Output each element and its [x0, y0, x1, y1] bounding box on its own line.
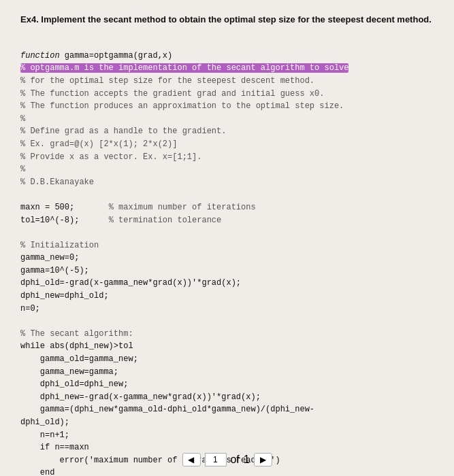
- code-line-14: maxn = 500; % maximum number of iteratio…: [20, 203, 256, 212]
- code-line-33: if n==maxn: [20, 443, 89, 452]
- code-line-30: gamma=(dphi_new*gamma_old-dphi_old*gamma…: [20, 405, 314, 414]
- code-line-24: % The secant algorithm:: [20, 329, 133, 339]
- code-line-7: % Define grad as a handle to the gradien…: [20, 126, 226, 136]
- code-line-11: % D.B.Ekanayake: [20, 177, 94, 187]
- code-line-18: gamma_new=0;: [20, 253, 79, 262]
- code-line-35: end: [20, 468, 54, 476]
- of-label: of: [230, 454, 239, 466]
- exercise-title: Ex4. Implement the secant method to obta…: [20, 14, 434, 26]
- code-line-8: % Ex. grad=@(x) [2*x(1); 2*x(2)]: [20, 139, 177, 149]
- code-line-29: dphi_new=-grad(x-gamma_new*grad(x))'*gra…: [20, 392, 261, 402]
- prev-page-button[interactable]: ◀: [182, 453, 200, 466]
- code-line-28: dphi_old=dphi_new;: [20, 379, 128, 389]
- code-line-32: n=n+1;: [20, 430, 69, 440]
- code-line-21: dphi_new=dphi_old;: [20, 291, 109, 301]
- code-line-10: %: [20, 165, 25, 174]
- total-pages: 1: [244, 454, 250, 466]
- code-line-26: gamma_old=gamma_new;: [20, 354, 138, 364]
- code-line-31: dphi_old);: [20, 418, 69, 427]
- page-number-input[interactable]: [204, 453, 226, 466]
- code-container: function gamma=optgamma(grad,x) % optgam…: [20, 37, 434, 476]
- code-line-19: gamma=10^(-5);: [20, 266, 89, 275]
- code-line-15: tol=10^(-8); % termination tolerance: [20, 216, 221, 225]
- code-line-9: % Provide x as a vector. Ex. x=[1;1].: [20, 152, 201, 162]
- code-line-1: function gamma=optgamma(grad,x): [20, 51, 172, 61]
- code-line-2: % optgamma.m is the implementation of th…: [20, 63, 348, 73]
- code-line-17: % Initialization: [20, 241, 99, 250]
- code-line-6: %: [20, 114, 25, 124]
- code-line-25: while abs(dphi_new)>tol: [20, 341, 133, 351]
- code-line-3: % for the optimal step size for the stee…: [20, 76, 314, 86]
- code-line-20: dphi_old=-grad(x-gamma_new*grad(x))'*gra…: [20, 278, 241, 288]
- pagination-bar: ◀ of 1 ▶: [182, 453, 272, 466]
- code-line-4: % The function accepts the gradient grad…: [20, 89, 324, 99]
- code-line-22: n=0;: [20, 304, 40, 313]
- code-line-5: % The function produces an approximation…: [20, 101, 344, 111]
- code-line-27: gamma_new=gamma;: [20, 367, 118, 377]
- next-page-button[interactable]: ▶: [254, 453, 272, 466]
